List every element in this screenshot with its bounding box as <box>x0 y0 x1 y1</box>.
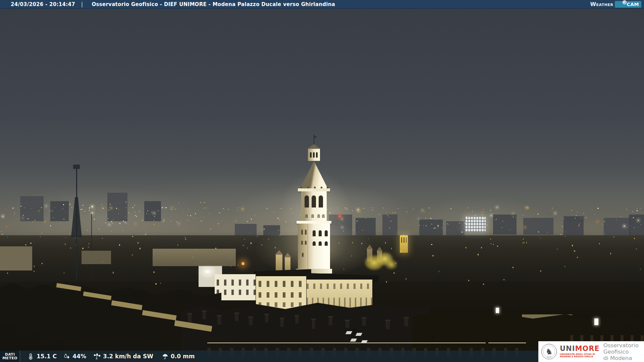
tower-octagon <box>301 191 327 221</box>
temperature-value: 15.1 C <box>37 353 57 360</box>
unimore-logo-box: ♞ 1175 UNIMORE UNIVERSITÀ DEGLI STUDI DI… <box>538 341 644 362</box>
lit-oval-sign <box>203 268 213 275</box>
camera-title: Osservatorio Geofisico - DIEF UNIMORE - … <box>92 1 335 7</box>
camera-lens-icon <box>623 0 627 4</box>
street-lamp <box>241 262 245 265</box>
weathercam-word: Weather <box>590 1 613 7</box>
rain-value: 0.0 mm <box>171 353 195 360</box>
unimore-more: MORE <box>575 345 599 353</box>
ghirlandina-tower <box>294 135 334 274</box>
roof-statue <box>353 327 356 334</box>
roof-statue <box>486 337 488 343</box>
humidity-value: 44% <box>72 353 86 360</box>
observatory-name: Osservatorio Geofisico di Modena <box>603 342 644 361</box>
wind-value: 3.2 km/h da SW <box>103 353 153 360</box>
dim-building <box>82 251 111 264</box>
unimore-seal: ♞ 1175 <box>541 344 557 359</box>
lantern-roof <box>307 144 321 149</box>
thermometer-icon <box>28 353 34 360</box>
bright-window <box>496 308 499 313</box>
tower-weathervane <box>314 135 317 138</box>
dim-building <box>0 246 32 270</box>
anemometer-icon <box>94 353 101 360</box>
header-bar: 24/03/2026 - 20:14:47 | Osservatorio Geo… <box>0 0 644 9</box>
weathercam-logo: Weather CAM <box>590 1 641 8</box>
separator: | <box>81 1 83 7</box>
tower-cornice <box>297 221 331 224</box>
roof-statue <box>432 335 435 342</box>
rain-reading: 0.0 mm <box>162 353 195 360</box>
antenna-top-box <box>73 165 80 169</box>
temperature-reading: 15.1 C <box>28 353 57 360</box>
antenna-secondary-pole <box>91 214 92 279</box>
timestamp: 24/03/2026 - 20:14:47 <box>11 1 75 7</box>
umbrella-icon <box>162 353 168 360</box>
university-subtitle: UNIVERSITÀ DEGLI STUDI DI MODENA E REGGI… <box>560 353 600 358</box>
unimore-uni: UNI <box>560 345 575 353</box>
humidity-icon <box>63 353 70 360</box>
humidity-reading: 44% <box>63 353 86 360</box>
seal-year: 1175 <box>542 356 556 358</box>
bright-window <box>594 318 598 325</box>
webcam-frame: 24/03/2026 - 20:14:47 | Osservatorio Geo… <box>0 0 644 362</box>
lit-facade <box>256 276 306 310</box>
unimore-wordmark: UNIMORE UNIVERSITÀ DEGLI STUDI DI MODENA… <box>560 345 600 358</box>
tower-balustrade <box>298 188 330 191</box>
tower-lantern <box>308 149 320 161</box>
knight-emblem-icon: ♞ <box>545 347 553 356</box>
tower-spire <box>300 161 328 189</box>
dati-meteo-label: DATI METEO <box>0 351 20 362</box>
wind-reading: 3.2 km/h da SW <box>94 353 153 360</box>
weathercam-cam: CAM <box>627 2 639 7</box>
bell-tower <box>400 235 408 253</box>
dim-wall <box>153 249 236 266</box>
weathercam-badge: CAM <box>615 1 641 8</box>
